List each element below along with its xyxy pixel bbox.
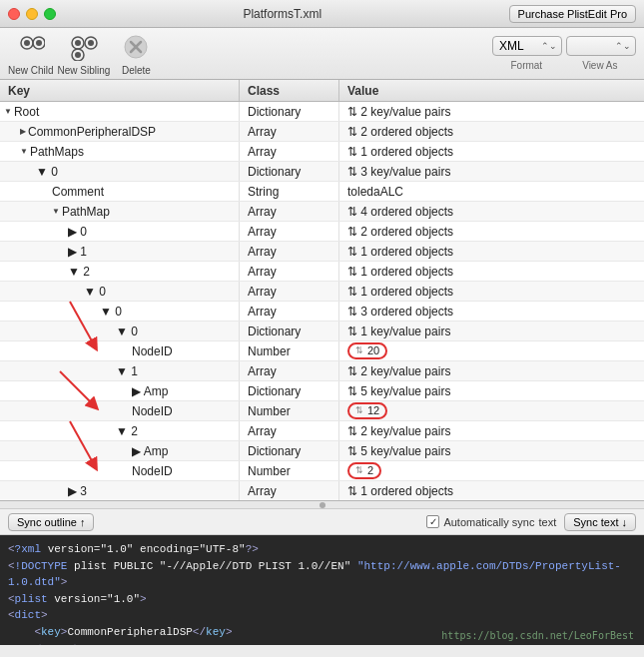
purchase-button[interactable]: Purchase PlistEdit Pro (509, 5, 636, 23)
sync-text-button[interactable]: Sync text ↓ (564, 513, 636, 531)
table-row[interactable]: ▶CommonPeripheralDSPArray⇅ 2 ordered obj… (0, 122, 644, 142)
table-row[interactable]: ▼ 2Array⇅ 2 key/value pairs (0, 421, 644, 441)
viewas-select[interactable] (566, 36, 636, 56)
traffic-lights[interactable] (8, 8, 56, 20)
cell-value[interactable]: ⇅2 (339, 461, 644, 480)
table-row[interactable]: ▶ 3Array⇅ 1 ordered objects (0, 481, 644, 501)
key-text: NodeID (132, 344, 173, 358)
cell-class: Dictionary (240, 381, 339, 400)
key-text: ▶ 3 (68, 484, 87, 498)
svg-point-7 (88, 40, 94, 46)
delete-button[interactable]: Delete (114, 31, 158, 76)
circled-value[interactable]: ⇅2 (347, 462, 381, 479)
table-row[interactable]: ▼PathMapsArray⇅ 1 ordered objects (0, 142, 644, 162)
col-header-value: Value (339, 80, 644, 101)
table-row[interactable]: NodeIDNumber⇅20 (0, 341, 644, 361)
table-row[interactable]: ▼ 0Dictionary⇅ 1 key/value pairs (0, 322, 644, 341)
maximize-button[interactable] (44, 8, 56, 20)
cell-key: ▶ Amp (0, 381, 240, 400)
cell-value[interactable]: ⇅12 (339, 401, 644, 420)
cell-key: NodeID (0, 461, 240, 480)
key-text: ▼ 2 (116, 424, 138, 438)
cell-class: Number (240, 401, 339, 420)
cell-value[interactable]: ⇅20 (339, 341, 644, 360)
minimize-button[interactable] (26, 8, 38, 20)
expand-triangle[interactable]: ▶ (20, 127, 26, 136)
cell-value: ⇅ 2 key/value pairs (339, 102, 644, 121)
cell-value: ⇅ 1 ordered objects (339, 282, 644, 301)
svg-point-3 (36, 40, 42, 46)
table-row[interactable]: ▼ 1Array⇅ 2 key/value pairs (0, 361, 644, 381)
expand-triangle[interactable]: ▼ (20, 147, 28, 156)
cell-key: ▶ Amp (0, 441, 240, 460)
cell-key: ▼ 2 (0, 421, 240, 440)
watermark: https://blog.csdn.net/LeoForBest (441, 630, 634, 641)
format-select[interactable]: XML Binary JSON (492, 36, 562, 56)
circled-value[interactable]: ⇅20 (347, 342, 387, 359)
cell-key: ▼ 0 (0, 282, 240, 301)
new-child-icon (15, 31, 47, 63)
table-row[interactable]: ▼ 0Array⇅ 3 ordered objects (0, 302, 644, 322)
table-row[interactable]: ▼ 2Array⇅ 1 ordered objects (0, 262, 644, 282)
cell-class: Array (240, 202, 339, 221)
column-header: Key Class Value (0, 80, 644, 102)
table-row[interactable]: ▼ 0Array⇅ 1 ordered objects (0, 282, 644, 302)
auto-sync-group: Automatically sync text (426, 515, 556, 528)
viewas-label: View As (582, 60, 617, 71)
auto-sync-checkbox[interactable] (426, 515, 439, 528)
col-header-key: Key (0, 80, 240, 101)
cell-value: ⇅ 4 ordered objects (339, 202, 644, 221)
key-text: Root (14, 105, 39, 119)
expand-triangle[interactable]: ▼ (52, 207, 60, 216)
table-row[interactable]: NodeIDNumber⇅12 (0, 401, 644, 421)
table-row[interactable]: ▶ 0Array⇅ 2 ordered objects (0, 222, 644, 242)
cell-key: ▼ 1 (0, 361, 240, 380)
table-row[interactable]: ▼RootDictionary⇅ 2 key/value pairs (0, 102, 644, 122)
cell-key: ▶CommonPeripheralDSP (0, 122, 240, 141)
cell-key: ▼ 0 (0, 162, 240, 181)
key-text: ▶ 1 (68, 245, 87, 259)
key-text: ▼ 2 (68, 265, 90, 279)
cell-value: ⇅ 1 ordered objects (339, 242, 644, 261)
table-row[interactable]: ▶ 1Array⇅ 1 ordered objects (0, 242, 644, 262)
cell-class: Dictionary (240, 322, 339, 340)
cell-key: ▼PathMaps (0, 142, 240, 161)
cell-value: ⇅ 1 ordered objects (339, 481, 644, 500)
cell-value: ⇅ 1 key/value pairs (339, 322, 644, 340)
cell-class: Dictionary (240, 162, 339, 181)
code-line-2: <!DOCTYPE plist PUBLIC "-//Apple//DTD PL… (8, 558, 636, 591)
table-row[interactable]: ▶ AmpDictionary⇅ 5 key/value pairs (0, 381, 644, 401)
cell-value: ⇅ 3 ordered objects (339, 302, 644, 321)
expand-triangle[interactable]: ▼ (4, 107, 12, 116)
new-sibling-button[interactable]: New Sibling (58, 31, 111, 76)
cell-class: Array (240, 242, 339, 261)
cell-value: ⇅ 3 key/value pairs (339, 162, 644, 181)
cell-key: ▶ 3 (0, 481, 240, 500)
cell-value: ⇅ 5 key/value pairs (339, 381, 644, 400)
cell-class: Dictionary (240, 441, 339, 460)
delete-label: Delete (122, 65, 151, 76)
key-text: ▶ Amp (132, 444, 168, 458)
format-group: XML Binary JSON ⌃⌄ ⌃⌄ Format View As (492, 36, 636, 71)
cell-key: ▶ 0 (0, 222, 240, 241)
svg-point-9 (75, 52, 81, 58)
code-area[interactable]: <?xml version="1.0" encoding="UTF-8"?> <… (0, 535, 644, 645)
table-row[interactable]: ▼ 0Dictionary⇅ 3 key/value pairs (0, 162, 644, 182)
new-child-button[interactable]: New Child (8, 31, 54, 76)
key-text: ▶ Amp (132, 384, 168, 398)
new-sibling-icon (68, 31, 100, 63)
key-text: ▼ 0 (36, 165, 58, 179)
sync-text-word: text (538, 516, 556, 528)
table-row[interactable]: NodeIDNumber⇅2 (0, 461, 644, 481)
cell-class: Dictionary (240, 102, 339, 121)
cell-class: Array (240, 222, 339, 241)
cell-class: Array (240, 361, 339, 380)
table-row[interactable]: ▼PathMapArray⇅ 4 ordered objects (0, 202, 644, 222)
close-button[interactable] (8, 8, 20, 20)
key-text: ▼ 0 (116, 325, 138, 338)
sync-outline-button[interactable]: Sync outline ↑ (8, 513, 94, 531)
cell-value: ⇅ 1 ordered objects (339, 262, 644, 281)
table-row[interactable]: CommentStringtoledaALC (0, 182, 644, 202)
circled-value[interactable]: ⇅12 (347, 402, 387, 419)
table-row[interactable]: ▶ AmpDictionary⇅ 5 key/value pairs (0, 441, 644, 461)
